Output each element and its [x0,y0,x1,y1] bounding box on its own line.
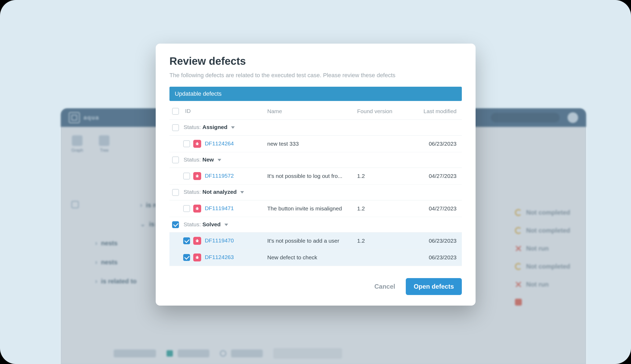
status-label: Status: [184,124,202,130]
svg-rect-17 [196,208,198,210]
defect-id-link[interactable]: DF1124263 [205,254,234,260]
defect-name: It's not possible to add a user [265,233,354,249]
svg-line-21 [198,208,199,208]
row-checkbox[interactable] [183,254,190,261]
svg-line-37 [198,257,199,257]
svg-line-29 [198,240,199,241]
svg-line-30 [196,242,196,242]
col-name: Name [265,103,354,120]
defect-name: It's not possible to log out fro... [265,168,354,185]
status-value: Not analyzed [202,189,237,195]
defect-name: New defect to check [265,249,354,266]
svg-line-6 [196,145,196,145]
last-modified: 06/23/2023 [407,249,462,266]
row-checkbox[interactable] [183,173,190,179]
section-header: Updatable defects [169,87,462,101]
group-checkbox[interactable] [172,156,179,163]
last-modified: 06/23/2023 [407,233,462,249]
table-row[interactable]: DF1119572It's not possible to log out fr… [169,168,462,185]
row-checkbox[interactable] [183,205,190,212]
defect-id-link[interactable]: DF1119470 [205,237,234,243]
last-modified: 04/27/2023 [407,168,462,185]
status-group-row[interactable]: Status: Solved [169,217,462,232]
table-row[interactable]: DF1119471The button invite is misaligned… [169,200,462,217]
defects-table: ID Name Found version Last modified Stat… [169,103,462,266]
status-label: Status: [184,221,202,227]
svg-rect-25 [196,240,198,242]
status-group-row[interactable]: Status: Assigned [169,120,462,135]
status-group-row[interactable]: Status: New [169,152,462,168]
chevron-down-icon [231,126,235,129]
group-checkbox[interactable] [172,221,179,228]
svg-line-12 [196,175,196,176]
defect-id-link[interactable]: DF1119572 [205,173,234,179]
svg-line-5 [198,143,199,144]
chevron-down-icon [224,224,228,226]
col-version: Found version [354,103,407,120]
found-version: 1.2 [354,233,407,249]
status-value: New [202,156,214,163]
status-value: Assigned [202,124,228,130]
svg-line-39 [198,258,199,259]
col-modified: Last modified [407,103,462,120]
row-checkbox[interactable] [183,140,190,147]
defect-id-link[interactable]: DF1119471 [205,205,234,211]
svg-line-13 [198,175,199,176]
svg-rect-33 [196,257,198,259]
svg-line-15 [198,177,199,177]
bug-icon [193,172,201,180]
svg-rect-1 [196,143,198,145]
select-all-checkbox[interactable] [172,108,179,115]
group-checkbox[interactable] [172,189,179,196]
table-row[interactable]: DF1124263New defect to check06/23/2023 [169,249,462,266]
status-label: Status: [184,156,202,163]
col-id: ID [169,103,265,120]
chevron-down-icon [240,191,244,193]
found-version [354,249,407,266]
modal-footer: Cancel Open defects [169,278,462,295]
last-modified: 06/23/2023 [407,135,462,152]
svg-line-36 [196,257,196,257]
svg-line-14 [196,177,196,177]
bug-icon [193,254,201,261]
defect-name: new test 333 [265,135,354,152]
chevron-down-icon [218,159,221,161]
row-checkbox[interactable] [183,237,190,244]
table-row[interactable]: DF1119470It's not possible to add a user… [169,233,462,249]
status-label: Status: [184,189,202,195]
defect-id-link[interactable]: DF1124264 [205,140,234,146]
found-version: 1.2 [354,168,407,185]
cancel-button[interactable]: Cancel [374,283,395,290]
svg-line-28 [196,240,196,241]
bug-icon [193,140,201,148]
svg-line-23 [198,209,199,210]
found-version: 1.2 [354,200,407,217]
modal-subtitle: The following defects are related to the… [169,72,462,79]
last-modified: 04/27/2023 [407,200,462,217]
stage: aqua Graph Tree ›is related to ⌄is relat… [0,0,631,364]
svg-line-20 [196,208,196,208]
status-group-row[interactable]: Status: Not analyzed [169,185,462,200]
svg-line-38 [196,258,196,259]
table-row[interactable]: DF1124264new test 33306/23/2023 [169,135,462,152]
found-version [354,135,407,152]
svg-line-22 [196,209,196,210]
status-value: Solved [202,221,221,227]
svg-rect-9 [196,176,198,178]
svg-line-31 [198,242,199,242]
modal-title: Review defects [169,55,462,67]
svg-line-7 [198,145,199,145]
group-checkbox[interactable] [172,124,179,131]
open-defects-button[interactable]: Open defects [406,278,462,295]
bug-icon [193,205,201,213]
svg-line-4 [196,143,196,144]
review-defects-modal: Review defects The following defects are… [156,44,476,306]
defect-name: The button invite is misaligned [265,200,354,217]
bug-icon [193,237,201,245]
